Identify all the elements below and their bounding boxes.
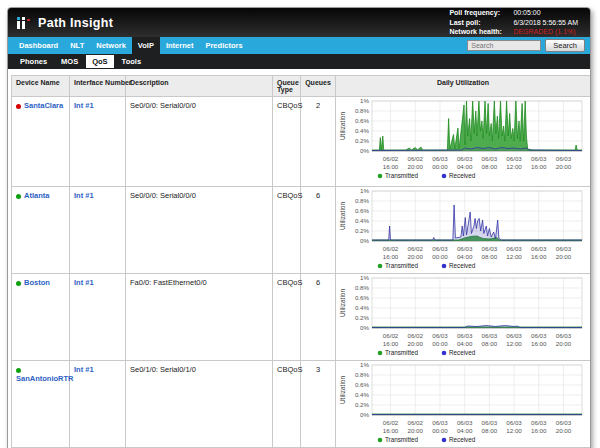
pathsolutions-logo-icon [17, 17, 32, 29]
top-header-bar: Path Insight Poll frequency: 00:05:00 La… [8, 8, 590, 37]
network-health-row: Network health: DEGRADED (1.1%) [449, 27, 578, 37]
page-background: Path Insight Poll frequency: 00:05:00 La… [0, 0, 600, 448]
svg-text:06/02: 06/02 [383, 419, 399, 426]
svg-text:06/03: 06/03 [506, 155, 522, 162]
search-button[interactable]: Search [545, 39, 585, 52]
svg-text:06/02: 06/02 [407, 332, 423, 339]
y-axis-label: Utilization [339, 376, 346, 405]
svg-text:06/03: 06/03 [506, 332, 522, 339]
device-cell: Boston [12, 274, 70, 361]
svg-text:0.4%: 0.4% [355, 391, 370, 398]
app-logo: Path Insight [17, 16, 113, 30]
svg-text:0.2%: 0.2% [355, 314, 370, 321]
svg-text:06/03: 06/03 [482, 332, 498, 339]
svg-text:00:00: 00:00 [432, 163, 448, 170]
svg-text:06/03: 06/03 [531, 245, 547, 252]
svg-text:06/03: 06/03 [506, 419, 522, 426]
nav-item-voip[interactable]: VoIP [132, 37, 160, 54]
svg-text:06/03: 06/03 [482, 155, 498, 162]
legend-transmitted: Transmitted [385, 349, 419, 356]
subtab-tools[interactable]: Tools [116, 55, 147, 68]
svg-text:06/03: 06/03 [506, 245, 522, 252]
svg-text:06/03: 06/03 [457, 155, 473, 162]
svg-text:12:00: 12:00 [506, 340, 522, 347]
poll-frequency-row: Poll frequency: 00:05:00 [449, 8, 578, 18]
svg-text:0%: 0% [360, 411, 369, 418]
svg-text:0.2%: 0.2% [355, 401, 370, 408]
search-area: Search [467, 37, 590, 54]
daily-utilization-cell: 1%0.8%0.6%0.4%0.2%0%Utilization06/0216:0… [336, 274, 591, 361]
nav-item-internet[interactable]: Internet [160, 37, 200, 54]
interface-link[interactable]: Int #1 [74, 191, 94, 200]
svg-text:20:00: 20:00 [407, 253, 423, 260]
table-header-row: Device NameInterface NumberDescriptionQu… [12, 76, 591, 97]
qos-table: Device NameInterface NumberDescriptionQu… [11, 75, 591, 448]
device-link[interactable]: Atlanta [24, 191, 49, 200]
svg-text:0.6%: 0.6% [355, 117, 370, 124]
search-input[interactable] [467, 40, 541, 51]
queues-cell: 2 [301, 97, 336, 187]
queues-cell: 6 [301, 274, 336, 361]
svg-text:06/03: 06/03 [531, 419, 547, 426]
svg-text:16:00: 16:00 [383, 253, 399, 260]
interface-link[interactable]: Int #1 [74, 278, 94, 287]
queues-cell: 3 [301, 361, 336, 448]
column-header-description: Description [126, 76, 273, 97]
interface-link[interactable]: Int #1 [74, 365, 94, 374]
svg-text:06/03: 06/03 [457, 419, 473, 426]
table-row: BostonInt #1Fa0/0: FastEthernet0/0CBQoS6… [12, 274, 591, 361]
poll-info-panel: Poll frequency: 00:05:00 Last poll: 6/3/… [449, 8, 578, 37]
device-link[interactable]: SanAntonioRTR [16, 374, 74, 383]
svg-text:0%: 0% [360, 237, 369, 244]
queues-cell: 6 [301, 187, 336, 274]
nav-item-nlt[interactable]: NLT [64, 37, 90, 54]
svg-text:06/03: 06/03 [432, 245, 448, 252]
svg-text:0%: 0% [360, 324, 369, 331]
subtab-mos[interactable]: MOS [55, 55, 84, 68]
svg-text:06/03: 06/03 [457, 332, 473, 339]
table-row: SanAntonioRTRInt #1Se0/1/0: Serial0/1/0C… [12, 361, 591, 448]
device-cell: SantaClara [12, 97, 70, 187]
subtab-qos[interactable]: QoS [86, 55, 113, 68]
device-link[interactable]: Boston [24, 278, 50, 287]
svg-text:06/02: 06/02 [383, 332, 399, 339]
device-status-icon [16, 368, 21, 373]
interface-link[interactable]: Int #1 [74, 101, 94, 110]
y-axis-label: Utilization [339, 289, 346, 318]
svg-text:06/02: 06/02 [407, 419, 423, 426]
svg-text:16:00: 16:00 [531, 340, 547, 347]
legend-received: Received [449, 172, 476, 179]
queue-type-cell: CBQoS [273, 97, 301, 187]
legend-transmitted: Transmitted [385, 172, 419, 179]
svg-text:1%: 1% [360, 275, 369, 281]
subtab-phones[interactable]: Phones [14, 55, 53, 68]
queue-type-cell: CBQoS [273, 274, 301, 361]
daily-utilization-chart: 1%0.8%0.6%0.4%0.2%0%Utilization06/0216:0… [338, 362, 588, 444]
nav-item-predictors[interactable]: Predictors [199, 37, 248, 54]
nav-item-dashboard[interactable]: Dashboard [13, 37, 64, 54]
main-nav-items: DashboardNLTNetworkVoIPInternetPredictor… [8, 37, 249, 54]
svg-text:0.8%: 0.8% [355, 197, 370, 204]
table-row: SantaClaraInt #1Se0/0/0: Serial0/0/0CBQo… [12, 97, 591, 187]
svg-text:0.4%: 0.4% [355, 127, 370, 134]
interface-cell: Int #1 [70, 361, 126, 448]
column-header-device-name: Device Name [12, 76, 70, 97]
qos-content: Device NameInterface NumberDescriptionQu… [8, 69, 590, 448]
svg-text:20:00: 20:00 [407, 163, 423, 170]
svg-text:20:00: 20:00 [556, 427, 572, 434]
poll-frequency-value: 00:05:00 [513, 8, 540, 18]
daily-utilization-cell: 1%0.8%0.6%0.4%0.2%0%Utilization06/0216:0… [336, 187, 591, 274]
daily-utilization-chart: 1%0.8%0.6%0.4%0.2%0%Utilization06/0216:0… [338, 275, 588, 357]
description-cell: Se0/0/0: Serial0/0/0 [126, 187, 273, 274]
daily-utilization-cell: 1%0.8%0.6%0.4%0.2%0%Utilization06/0216:0… [336, 361, 591, 448]
svg-text:0.6%: 0.6% [355, 207, 370, 214]
y-axis-label: Utilization [339, 202, 346, 231]
svg-text:04:00: 04:00 [457, 253, 473, 260]
daily-utilization-chart: 1%0.8%0.6%0.4%0.2%0%Utilization06/0216:0… [338, 98, 588, 180]
svg-text:12:00: 12:00 [506, 163, 522, 170]
description-cell: Se0/1/0: Serial0/1/0 [126, 361, 273, 448]
nav-item-network[interactable]: Network [90, 37, 132, 54]
svg-text:08:00: 08:00 [482, 253, 498, 260]
legend-transmitted: Transmitted [385, 436, 419, 443]
device-link[interactable]: SantaClara [24, 101, 63, 110]
